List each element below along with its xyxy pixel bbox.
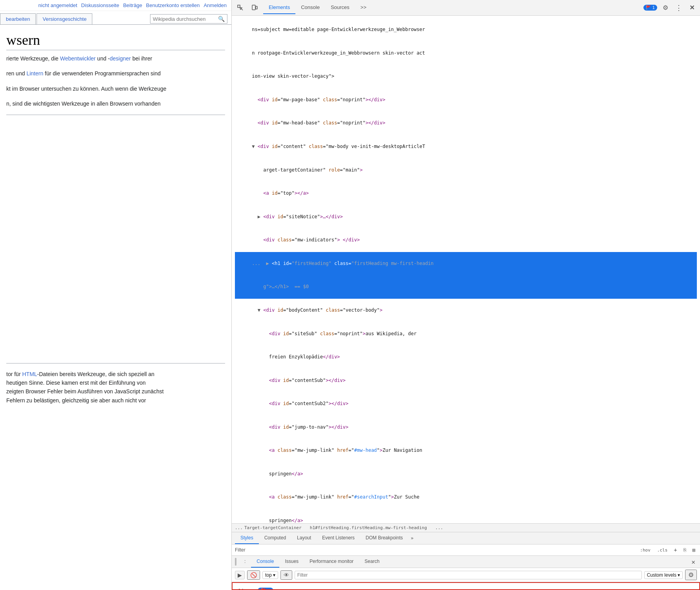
tab-event-listeners[interactable]: Event Listeners	[317, 532, 360, 544]
console-issue-bar[interactable]: 1 Issue: 🚩 1	[236, 586, 696, 590]
tab-bearbeiten[interactable]: bearbeiten	[0, 13, 36, 24]
breadcrumb-target[interactable]: Target-targetContainer	[244, 525, 302, 530]
wiki-body-paragraph3: kt im Browser untersuchen zu können. Auc…	[6, 84, 225, 93]
dom-tree-area[interactable]: ns=subject mw=editable page-Entwicklerwe…	[232, 16, 700, 524]
tab-issues[interactable]: Issues	[279, 556, 304, 568]
dom-line-selected2[interactable]: g">…</h1> == $0	[235, 275, 697, 299]
dom-line-a-top[interactable]: <a id="top"></a>	[235, 182, 697, 205]
tab-performance-monitor[interactable]: Performance monitor	[304, 556, 359, 568]
dom-line: freien Enzyklopädie</div>	[235, 345, 697, 369]
console-levels-label: Custom levels	[647, 572, 676, 578]
style-tabs-more-icon[interactable]: »	[409, 533, 416, 544]
issues-count: 1	[268, 588, 270, 590]
tab-console[interactable]: Console	[295, 1, 325, 14]
dom-line: n rootpage-Entwicklerwerkzeuge_in_Webbro…	[235, 42, 697, 65]
wiki-text-p1a: rierte Werkzeuge, die	[6, 55, 60, 62]
console-eye-icon[interactable]: 👁	[280, 570, 292, 580]
nav-discussion[interactable]: Diskussionsseite	[81, 2, 119, 8]
filter-row: Filter :hov .cls + ⎘ ▤	[232, 544, 700, 556]
tab-more[interactable]: >>	[355, 1, 372, 14]
wiki-text-p2b: für die verwendeten Programmiersprachen …	[43, 70, 161, 77]
dom-line: <div id="contentSub2"></div>	[235, 392, 697, 416]
search-icon[interactable]: 🔍	[218, 16, 225, 22]
filter-cls-button[interactable]: .cls	[656, 547, 669, 553]
close-devtools-icon[interactable]: ✕	[687, 2, 697, 13]
console-levels-select[interactable]: Custom levels ▾	[644, 571, 683, 579]
wiki-top-nav: nicht angemeldet Diskussionsseite Beiträ…	[0, 0, 231, 11]
filter-copy-icon[interactable]: ⎘	[682, 546, 688, 553]
wiki-content: wsern rierte Werkzeuge, die Webentwickle…	[0, 25, 231, 412]
wiki-tabs-row: bearbeiten Versionsgeschichte 🔍	[0, 11, 231, 25]
nav-login[interactable]: Anmelden	[203, 2, 227, 8]
console-filter-input[interactable]	[295, 571, 642, 579]
dom-line: <div id="mw-head-base" class="noprint"><…	[235, 111, 697, 135]
tab-elements[interactable]: Elements	[263, 1, 295, 14]
dom-line: springen</a>	[235, 462, 697, 486]
breadcrumb-ellipsis: ...	[235, 525, 243, 530]
nav-contributions[interactable]: Beiträge	[123, 2, 142, 8]
tab-sources[interactable]: Sources	[325, 1, 355, 14]
wiki-search-input[interactable]	[153, 16, 216, 22]
tab-styles[interactable]: Styles	[235, 532, 259, 544]
wiki-text-p1c: bei ihrer	[131, 55, 152, 62]
dom-line: ion-view skin-vector-legacy">	[235, 65, 697, 88]
wiki-link-webentwickler[interactable]: Webentwickler	[60, 55, 96, 62]
tab-computed[interactable]: Computed	[259, 532, 291, 544]
console-settings-icon[interactable]: ⚙	[685, 570, 697, 580]
dom-line: arget-targetContainer" role="main">	[235, 158, 697, 182]
console-issue-badge[interactable]: 🚩 1	[258, 588, 273, 590]
svg-rect-1	[252, 5, 255, 10]
wiki-body-lower4: Fehlern zu belästigen, gleichzeitig sie …	[6, 396, 225, 405]
tab-versionsgeschichte[interactable]: Versionsgeschichte	[37, 13, 92, 24]
filter-label: Filter	[235, 547, 246, 553]
dom-line-selected[interactable]: ... ▶ <h1 id="firstHeading" class="first…	[235, 252, 697, 276]
wiki-link-lintern[interactable]: Lintern	[26, 70, 43, 77]
tab-console-main[interactable]: Console	[251, 556, 279, 568]
dom-line: <div class="mw-indicators"> </div>	[235, 228, 697, 252]
dom-line: <div id="contentSub"></div>	[235, 369, 697, 392]
console-output[interactable]: 1 Issue: 🚩 1 > $0 < ▶ <h1 id="firstHeadi…	[232, 582, 700, 590]
dom-line: <div id="jump-to-nav"></div>	[235, 416, 697, 439]
wiki-page-title: wsern	[6, 32, 225, 50]
dom-line: ▼ <div id="bodyContent" class="vector-bo…	[235, 299, 697, 322]
wiki-link-designer[interactable]: designer	[110, 55, 131, 62]
console-context-label: top	[265, 572, 272, 578]
filter-hov-button[interactable]: :hov	[638, 546, 652, 554]
nav-create-account[interactable]: Benutzerkonto erstellen	[146, 2, 200, 8]
console-tabs-row: : Console Issues Performance monitor Sea…	[232, 556, 700, 568]
wiki-divider2	[6, 363, 225, 363]
tab-layout[interactable]: Layout	[291, 532, 317, 544]
console-drag-icon: :	[239, 556, 251, 568]
console-context-select[interactable]: top ▾	[262, 571, 278, 579]
dom-line: ▶ <div id="siteNotice">…</div>	[235, 205, 697, 229]
wiki-search-box: 🔍	[150, 14, 227, 24]
wiki-body-lower3: zeigten Browser Fehler beim Ausführen vo…	[6, 387, 225, 396]
issues-badge[interactable]: 🚩 1	[643, 5, 657, 11]
settings-icon[interactable]: ⚙	[660, 2, 671, 13]
svg-rect-2	[256, 6, 257, 9]
breadcrumb-h1[interactable]: h1#firstHeading.firstHeading.mw-first-he…	[310, 525, 427, 530]
console-block-icon[interactable]: 🚫	[247, 570, 260, 580]
dom-line: springen</a>	[235, 509, 697, 524]
console-run-icon[interactable]: ▶	[235, 571, 245, 579]
inspect-element-icon[interactable]	[235, 3, 246, 13]
breadcrumb-bar: ... Target-targetContainer h1#firstHeadi…	[232, 524, 700, 532]
devtools-main-tabs: Elements Console Sources >>	[263, 1, 372, 14]
breadcrumb-sep1	[303, 525, 308, 530]
console-close-icon[interactable]: ✕	[690, 557, 697, 567]
tab-dom-breakpoints[interactable]: DOM Breakpoints	[360, 532, 409, 544]
wiki-body-paragraph2: ren und Lintern für die verwendeten Prog…	[6, 69, 225, 78]
wiki-link-html[interactable]: HTML	[22, 371, 37, 377]
console-issue-text: 1 Issue:	[238, 588, 255, 590]
console-toolbar: ▶ 🚫 top ▾ 👁 Custom levels ▾ ⚙	[232, 568, 700, 582]
wiki-body-paragraph4: n, sind die wichtigsten Werkzeuge in all…	[6, 99, 225, 108]
console-levels-arrow-icon: ▾	[678, 572, 680, 578]
filter-layout-icon[interactable]: ▤	[691, 546, 697, 553]
more-options-icon[interactable]: ⋮	[674, 2, 684, 14]
filter-add-rule-icon[interactable]: +	[672, 546, 678, 554]
console-drag-handle[interactable]	[235, 558, 236, 566]
tab-search[interactable]: Search	[359, 556, 385, 568]
device-toolbar-icon[interactable]	[249, 3, 260, 13]
nav-not-logged-in[interactable]: nicht angemeldet	[38, 2, 77, 8]
breadcrumb-sep2	[429, 525, 434, 530]
